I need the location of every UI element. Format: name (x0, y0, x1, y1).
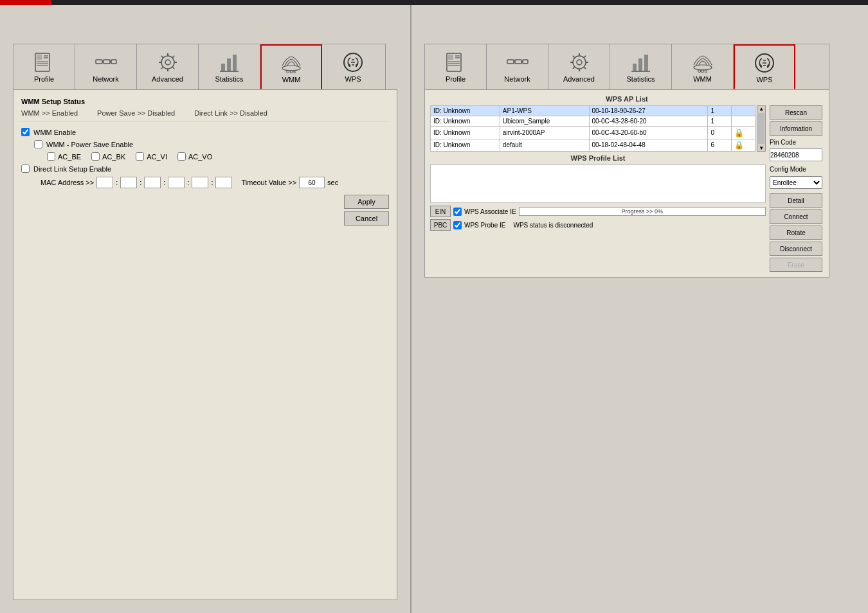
ac-bk-checkbox[interactable] (91, 152, 100, 161)
mac-byte-6[interactable] (215, 177, 232, 188)
wmm-content-box: WMM Setup Status WMM >> Enabled Power Sa… (13, 89, 397, 600)
left-tab-wmm[interactable]: ODS WMM (260, 44, 322, 89)
ac-vi-checkbox[interactable] (136, 152, 144, 161)
svg-rect-22 (221, 64, 225, 71)
right-tab-statistics[interactable]: Statistics (610, 44, 672, 89)
left-tab-wps-label: WPS (345, 75, 361, 83)
wmm-icon: ODS (280, 51, 303, 75)
lock-icon: 🔒 (734, 129, 744, 138)
wmm-setup-title: WMM Setup Status (21, 98, 389, 105)
wmm-enable-checkbox[interactable] (21, 128, 30, 136)
wmm-power-save-status: Power Save >> Disabled (97, 109, 175, 117)
right-tab-profile-label: Profile (446, 75, 466, 83)
mac-byte-5[interactable] (192, 177, 208, 188)
wmm-status-line: WMM >> Enabled Power Save >> Disabled Di… (21, 109, 389, 121)
right-wmm-icon: ODS (691, 51, 714, 74)
left-tab-advanced[interactable]: Advanced (137, 44, 199, 89)
right-wps-icon (753, 51, 776, 75)
right-statistics-icon (629, 51, 653, 74)
ap-table-row[interactable]: ID: Unknown default 00-18-02-48-04-48 6 … (431, 139, 755, 151)
ap-table-row[interactable]: ID: Unknown Ubicom_Sample 00-0C-43-28-60… (431, 116, 755, 127)
right-tab-bar: Profile Network (424, 44, 829, 89)
svg-text:ODS: ODS (698, 69, 708, 73)
wps-bottom-left: EIN WPS Associate IE Progress >> 0% PBC (430, 206, 766, 233)
detail-button[interactable]: Detail (770, 193, 822, 208)
wmm-power-save-label: WMM - Power Save Enable (46, 141, 133, 148)
wps-profile-list-box (430, 164, 766, 203)
ac-be-label: AC_BE (58, 153, 81, 161)
ap-bssid-cell: 00-18-02-48-04-48 (589, 139, 708, 151)
ap-table-row[interactable]: ID: Unknown AP1-WPS 00-10-18-90-26-27 1 (431, 106, 755, 116)
information-button[interactable]: Information (770, 121, 822, 136)
rescan-button[interactable]: Rescan (770, 105, 822, 120)
wps-icon-left (341, 51, 365, 74)
right-tab-advanced[interactable]: Advanced (548, 44, 610, 89)
pbc-button[interactable]: PBC (430, 219, 451, 231)
right-tab-wps[interactable]: WPS (734, 44, 795, 89)
ap-table-scrollbar[interactable]: ▲ ▼ (757, 105, 766, 152)
wps-progress-label: Progress >> 0% (622, 208, 664, 215)
direct-link-checkbox[interactable] (21, 164, 30, 173)
ac-vi-item: AC_VI (136, 152, 167, 161)
mac-byte-4[interactable] (168, 177, 185, 188)
ac-be-checkbox[interactable] (47, 152, 55, 161)
ap-id-cell: ID: Unknown (431, 139, 500, 151)
left-tab-statistics[interactable]: Statistics (199, 44, 260, 89)
ac-vo-checkbox[interactable] (177, 152, 186, 161)
wps-associate-ie-checkbox[interactable] (453, 208, 462, 216)
left-tab-wps[interactable]: WPS (322, 44, 384, 89)
connect-button[interactable]: Connect (770, 209, 822, 224)
ap-ssid-cell: AP1-WPS (500, 106, 589, 116)
ein-button[interactable]: EIN (430, 206, 451, 217)
right-tab-wmm[interactable]: ODS WMM (672, 44, 734, 89)
svg-line-20 (172, 56, 174, 58)
left-tab-network[interactable]: Network (75, 44, 137, 89)
ap-lock-cell (732, 106, 755, 116)
timeout-input[interactable] (299, 177, 325, 188)
left-tab-network-label: Network (93, 75, 118, 83)
wps-ap-list-title: WPS AP List (430, 95, 824, 103)
wmm-buttons: Apply Cancel (21, 195, 389, 226)
right-tab-network[interactable]: Network (487, 44, 548, 89)
scroll-up-button[interactable]: ▲ (757, 106, 765, 112)
left-tab-advanced-label: Advanced (152, 75, 183, 83)
wps-associate-ie-label: WPS Associate IE (464, 208, 516, 215)
wps-profile-list-title: WPS Profile List (430, 154, 766, 162)
cancel-button[interactable]: Cancel (344, 211, 389, 226)
wps-side-buttons: Rescan Information Pin Code Config Mode … (766, 105, 824, 272)
ap-ssid-cell: airvint-2000AP (500, 127, 589, 139)
erase-button[interactable]: Erase (770, 258, 822, 272)
ac-vo-label: AC_VO (188, 153, 212, 161)
disconnect-button[interactable]: Disconnect (770, 242, 822, 256)
network-icon (95, 51, 118, 74)
rotate-button[interactable]: Rotate (770, 226, 822, 240)
left-tab-profile[interactable]: Profile (14, 44, 75, 89)
wps-progress-bar: Progress >> 0% (519, 207, 766, 216)
ap-list-with-scroll: ID: Unknown AP1-WPS 00-10-18-90-26-27 1 … (430, 105, 766, 152)
wps-probe-ie-checkbox[interactable] (453, 221, 462, 229)
ap-id-cell: ID: Unknown (431, 116, 500, 127)
svg-rect-7 (96, 60, 102, 64)
direct-link-label: Direct Link Setup Enable (33, 165, 111, 173)
mac-byte-3[interactable] (144, 177, 161, 188)
ap-bssid-cell: 00-0C-43-20-60-b0 (589, 127, 708, 139)
svg-rect-54 (633, 64, 637, 71)
apply-button[interactable]: Apply (344, 195, 389, 209)
config-mode-select[interactable]: Enrollee Registrar (770, 176, 822, 189)
wps-right-side-container: ID: Unknown AP1-WPS 00-10-18-90-26-27 1 … (430, 105, 824, 272)
top-bar-red-accent (0, 0, 51, 5)
ac-bk-item: AC_BK (91, 152, 125, 161)
mac-byte-1[interactable] (96, 177, 113, 188)
ap-table-row[interactable]: ID: Unknown airvint-2000AP 00-0C-43-20-6… (431, 127, 755, 139)
mac-byte-2[interactable] (120, 177, 137, 188)
scroll-down-button[interactable]: ▼ (757, 145, 765, 151)
profile-icon (33, 51, 56, 74)
right-tab-wps-label: WPS (756, 76, 772, 84)
wps-status-label: WPS status is disconnected (513, 222, 593, 229)
right-tab-profile[interactable]: Profile (425, 44, 487, 89)
ap-ch-cell: 1 (708, 116, 732, 127)
top-bar (0, 0, 868, 5)
wmm-power-save-checkbox[interactable] (34, 140, 42, 148)
ap-ch-cell: 0 (708, 127, 732, 139)
pin-code-input[interactable] (770, 148, 822, 161)
